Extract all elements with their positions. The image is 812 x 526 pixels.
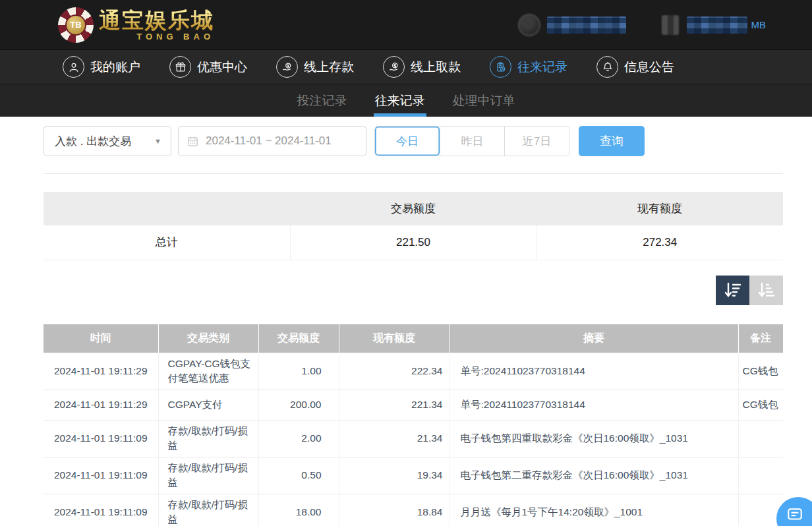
logo-text: 通宝娱乐城 TONG BAO <box>99 9 214 41</box>
cell-summary: 单号:202411023770318144 <box>450 353 738 390</box>
sort-controls <box>44 276 783 305</box>
bell-icon <box>596 56 618 78</box>
summary-table: 交易额度 现有额度 总计 221.50 272.34 <box>44 192 783 260</box>
cell-time: 2024-11-01 19:11:09 <box>44 494 158 526</box>
cell-amount: 200.00 <box>258 390 339 420</box>
balance-redacted <box>687 16 747 34</box>
cell-time: 2024-11-01 19:11:09 <box>44 420 158 457</box>
nav-item-label: 信息公告 <box>624 59 674 76</box>
table-row: 2024-11-01 19:11:09存款/取款/打码/损益0.5019.34电… <box>44 457 783 494</box>
cell-balance: 221.34 <box>339 390 450 420</box>
logo-chip-icon: TB <box>58 7 94 43</box>
sort-ascending-icon <box>757 281 776 299</box>
logo-subtitle: TONG BAO <box>99 32 214 41</box>
tab-1[interactable]: 投注记录 <box>296 84 349 117</box>
nav-item-2[interactable]: 优惠中心 <box>169 56 247 78</box>
nav-item-1[interactable]: 我的账户 <box>63 56 140 78</box>
sub-tabs: 投注记录往来记录处理中订单 <box>0 84 812 117</box>
gift-icon <box>169 56 191 78</box>
records-icon <box>490 56 511 78</box>
cell-note <box>738 420 783 457</box>
summary-balance-total: 272.34 <box>536 225 783 260</box>
date-quick-buttons: 今日昨日近7日 <box>374 126 569 156</box>
nav-item-label: 优惠中心 <box>197 59 247 76</box>
quick-date-button-2[interactable]: 昨日 <box>440 127 504 156</box>
tab-2[interactable]: 往来记录 <box>374 84 426 117</box>
content-area: 入款 . 出款交易 ▼ 2024-11-01 ~ 2024-11-01 今日昨日… <box>0 117 812 526</box>
nav-item-label: 线上取款 <box>411 59 461 76</box>
records-header-row: 时间交易类别交易额度现有额度摘要备注 <box>44 324 783 353</box>
cell-amount: 1.00 <box>258 353 339 390</box>
cell-amount: 18.00 <box>258 494 339 526</box>
cell-summary: 月月送《每月1号下午14:20领取》_1001 <box>450 494 738 526</box>
cell-amount: 0.50 <box>258 457 339 494</box>
tab-3[interactable]: 处理中订单 <box>451 84 517 117</box>
date-range-input[interactable]: 2024-11-01 ~ 2024-11-01 <box>178 126 366 156</box>
table-row: 2024-11-01 19:11:09存款/取款/打码/损益18.0018.84… <box>44 494 783 526</box>
quick-date-button-3[interactable]: 近7日 <box>504 127 569 156</box>
cell-note: CG钱包 <box>738 390 783 420</box>
logo-chip-label: TB <box>65 15 86 36</box>
nav-item-label: 我的账户 <box>90 59 140 76</box>
top-header: TB 通宝娱乐城 TONG BAO MB <box>0 0 812 49</box>
table-row: 2024-11-01 19:11:29CGPAY-CG钱包支付笔笔送优惠1.00… <box>44 353 783 390</box>
column-header-1: 时间 <box>44 324 158 353</box>
cell-time: 2024-11-01 19:11:29 <box>44 353 158 390</box>
nav-item-3[interactable]: 线上存款 <box>276 56 354 78</box>
search-button[interactable]: 查询 <box>579 126 645 156</box>
transaction-type-select[interactable]: 入款 . 出款交易 ▼ <box>44 126 171 156</box>
quick-date-button-1[interactable]: 今日 <box>375 127 440 156</box>
column-header-6: 备注 <box>738 324 783 353</box>
cell-balance: 222.34 <box>339 353 450 390</box>
deposit-icon <box>276 56 298 78</box>
summary-header-balance: 现有额度 <box>536 192 783 225</box>
main-nav: 我的账户优惠中心线上存款线上取款往来记录信息公告 <box>0 49 812 84</box>
summary-header-empty <box>44 192 290 225</box>
site-logo[interactable]: TB 通宝娱乐城 TONG BAO <box>58 7 214 43</box>
nav-item-label: 往来记录 <box>517 59 567 76</box>
summary-row: 总计 221.50 272.34 <box>44 225 783 260</box>
balance-unit: MB <box>751 19 767 30</box>
table-row: 2024-11-01 19:11:29CGPAY支付200.00221.34单号… <box>44 390 783 420</box>
cell-type: CGPAY-CG钱包支付笔笔送优惠 <box>158 353 258 390</box>
divider <box>44 173 783 174</box>
summary-transaction-total: 221.50 <box>290 225 536 260</box>
nav-item-6[interactable]: 信息公告 <box>596 56 674 78</box>
summary-total-label: 总计 <box>44 225 290 260</box>
transaction-type-value: 入款 . 出款交易 <box>55 134 131 149</box>
column-header-3: 交易额度 <box>258 324 339 353</box>
user-info: MB <box>518 14 767 36</box>
sort-descending-button[interactable] <box>716 276 749 305</box>
filter-row: 入款 . 出款交易 ▼ 2024-11-01 ~ 2024-11-01 今日昨日… <box>44 126 783 156</box>
cell-type: 存款/取款/打码/损益 <box>158 494 258 526</box>
column-header-2: 交易类别 <box>158 324 258 353</box>
cell-summary: 电子钱包第四重取款彩金《次日16:00领取》_1031 <box>450 420 738 457</box>
logo-title: 通宝娱乐城 <box>99 9 214 31</box>
cell-note <box>738 457 783 494</box>
wallet-icon <box>662 15 679 35</box>
sort-ascending-button[interactable] <box>749 276 783 305</box>
cell-type: 存款/取款/打码/损益 <box>158 420 258 457</box>
cell-note: CG钱包 <box>738 353 783 390</box>
user-avatar-icon <box>518 14 540 36</box>
chevron-down-icon: ▼ <box>154 137 161 145</box>
summary-header-transaction: 交易额度 <box>290 192 536 225</box>
cell-summary: 电子钱包第二重存款彩金《次日16:00领取》_1031 <box>450 457 738 494</box>
cell-summary: 单号:202411023770318144 <box>450 390 738 420</box>
records-table: 时间交易类别交易额度现有额度摘要备注 2024-11-01 19:11:29CG… <box>44 324 783 526</box>
nav-item-4[interactable]: 线上取款 <box>383 56 461 78</box>
nav-item-5[interactable]: 往来记录 <box>490 56 567 78</box>
cell-amount: 2.00 <box>258 420 339 457</box>
nav-item-label: 线上存款 <box>304 59 354 76</box>
cell-time: 2024-11-01 19:11:09 <box>44 457 158 494</box>
cell-type: CGPAY支付 <box>158 390 258 420</box>
cell-type: 存款/取款/打码/损益 <box>158 457 258 494</box>
calendar-icon <box>187 135 199 148</box>
cell-time: 2024-11-01 19:11:29 <box>44 390 158 420</box>
cell-balance: 21.34 <box>339 420 450 457</box>
column-header-5: 摘要 <box>450 324 738 353</box>
cell-balance: 19.34 <box>339 457 450 494</box>
cell-balance: 18.84 <box>339 494 450 526</box>
user-icon <box>63 56 84 78</box>
username-redacted <box>547 16 626 34</box>
